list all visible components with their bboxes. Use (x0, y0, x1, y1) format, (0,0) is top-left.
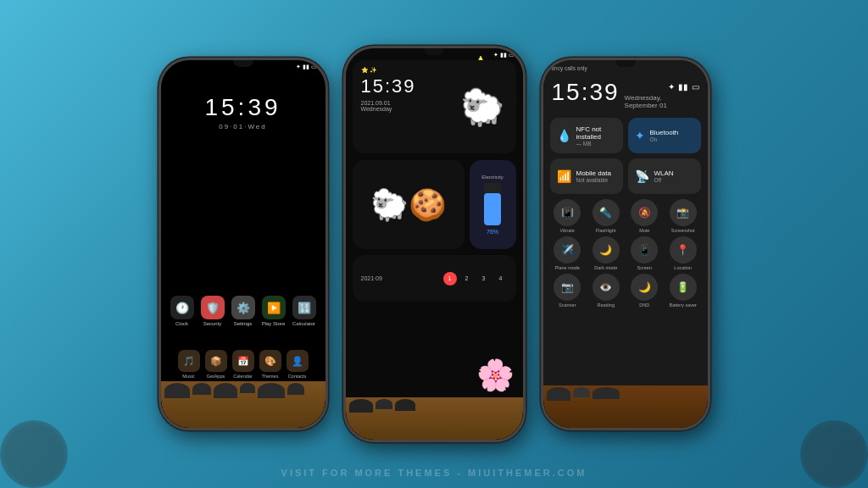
calendar-days: 1 2 3 4 (443, 272, 508, 286)
dock-calendar[interactable]: 📅 Calendar (232, 350, 254, 379)
bluetooth-icon-right: ✦ (668, 82, 675, 92)
flashlight-icon: 🔦 (593, 199, 620, 226)
widget-time-sheep: ⭐ ✨ 15:39 2021.09.01 Wednesday 🐑 (353, 60, 516, 153)
phone-right: ency calls only ✦ ▮▮ ▭ 15:39 Wednesday,S… (541, 58, 710, 430)
qbtn-location[interactable]: 📍 Location (665, 236, 701, 270)
battery-bar (484, 183, 501, 225)
ground-decoration (161, 381, 326, 428)
center-cloud-3 (395, 399, 415, 411)
nfc-icon: 💧 (557, 129, 571, 142)
clock-icon: 🕐 (170, 296, 194, 319)
app-clock[interactable]: 🕐 Clock (170, 296, 194, 326)
right-ground (543, 385, 708, 428)
qbtn-scanner[interactable]: 📷 Scanner (550, 274, 586, 308)
dock-icons: 🎵 Music 📦 GetApps 📅 Calendar 🎨 Themes 👤 (161, 350, 326, 379)
cal-day-1[interactable]: 1 (443, 272, 457, 286)
qbtn-mute[interactable]: 🔕 Mute (627, 199, 663, 233)
battery-saver-label: Battery saver (670, 302, 697, 308)
right-cloud-3 (593, 387, 620, 399)
qbtn-reading[interactable]: 👁️ Reading (588, 274, 624, 308)
bg-decoration-right (800, 420, 868, 488)
dock-music[interactable]: 🎵 Music (178, 350, 200, 379)
screen-label: Screen (637, 265, 652, 270)
scanner-icon: 📷 (554, 274, 581, 301)
emergency-text: ency calls only (552, 65, 587, 71)
right-date: Wednesday,September 01 (625, 94, 667, 109)
widget-battery: Electricity 76% (470, 160, 516, 249)
vibrate-icon: 📳 (554, 199, 581, 226)
dnd-label: DND (639, 302, 649, 308)
left-clock-time: 15:39 (161, 94, 326, 121)
plane-icon: ✈️ (554, 236, 581, 263)
phone-center: ✦ ▮▮ ▭ ⭐ ⭐ ✨ 15:39 2021.09.01 Wednesday … (343, 46, 526, 442)
app-security[interactable]: 🛡️ Security (201, 296, 225, 326)
themes-icon: 🎨 (259, 350, 281, 372)
vibrate-label: Vibrate (560, 228, 575, 233)
themes-label: Themes (262, 374, 279, 379)
calculator-icon: 🔢 (292, 296, 316, 319)
qbtn-dnd[interactable]: 🌙 DND (627, 274, 663, 308)
qbtn-plane[interactable]: ✈️ Plane mode (550, 236, 586, 270)
qbtn-dark[interactable]: 🌙 Dark mode (588, 236, 624, 270)
battery-saver-icon: 🔋 (670, 274, 697, 301)
cal-day-2[interactable]: 2 (460, 272, 474, 286)
tile-mobile-data[interactable]: 📶 Mobile data Not available (550, 158, 623, 194)
qbtn-flashlight[interactable]: 🔦 Flashlight (588, 199, 624, 233)
screen-center: ✦ ▮▮ ▭ ⭐ ⭐ ✨ 15:39 2021.09.01 Wednesday … (346, 48, 523, 440)
dock-themes[interactable]: 🎨 Themes (259, 350, 281, 379)
bg-decoration-left (0, 420, 68, 488)
calendar-label: Calendar (233, 374, 252, 379)
cloud-6 (287, 383, 304, 395)
widget-stars: ⭐ ✨ (361, 67, 440, 74)
battery-icon-center: ▭ (509, 52, 515, 58)
security-icon: 🛡️ (201, 296, 225, 319)
reading-label: Reading (598, 302, 615, 308)
reading-icon: 👁️ (593, 274, 620, 301)
cal-day-3[interactable]: 3 (477, 272, 491, 286)
mute-icon: 🔕 (631, 199, 658, 226)
cloud-2 (192, 383, 211, 395)
bluetooth-tile-icon: ✦ (635, 129, 645, 142)
contacts-icon: 👤 (287, 350, 309, 372)
wlan-title: WLAN (654, 169, 674, 177)
signal-icon-center: ▮▮ (500, 52, 507, 58)
calendar-icon: 📅 (232, 350, 254, 372)
getapps-icon: 📦 (205, 350, 227, 372)
settings-label: Settings (234, 321, 253, 326)
dock-getapps[interactable]: 📦 GetApps (205, 350, 227, 379)
app-playstore[interactable]: ▶️ Play Store (262, 296, 286, 326)
app-calculator[interactable]: 🔢 Calculator (292, 296, 316, 326)
mute-label: Mute (639, 228, 649, 233)
right-cloud-2 (573, 387, 590, 397)
tile-bluetooth[interactable]: ✦ Bluetooth On (628, 118, 701, 153)
battery-icon-left: ▭ (311, 64, 317, 70)
qbtn-battery-saver[interactable]: 🔋 Battery saver (665, 274, 701, 308)
tile-wlan[interactable]: 📡 WLAN Off (628, 158, 701, 194)
tile-nfc[interactable]: 💧 NFC not installed — MB (550, 118, 623, 153)
mobile-data-title: Mobile data (576, 169, 611, 177)
sheep-emoji: 🐑 (448, 60, 516, 153)
widget-mid-row: 🐑🍪 Electricity 76% (353, 160, 516, 249)
app-settings[interactable]: ⚙️ Settings (231, 296, 255, 326)
mobile-data-icon: 📶 (557, 169, 571, 183)
qbtn-screenshot[interactable]: 📸 Screenshot (665, 199, 701, 233)
nfc-title: NFC not installed (576, 125, 616, 141)
battery-fill (484, 193, 501, 225)
signal-icon-left: ▮▮ (303, 64, 309, 70)
dock-contacts[interactable]: 👤 Contacts (287, 350, 309, 379)
right-cloud-1 (547, 387, 570, 401)
dark-label: Dark mode (594, 265, 617, 270)
watermark: VISIT FOR MORE THEMES - MIUITHEMER.COM (0, 468, 868, 478)
qbtn-vibrate[interactable]: 📳 Vibrate (550, 199, 586, 233)
security-label: Security (203, 321, 222, 326)
battery-label: Electricity (481, 175, 504, 180)
widget-cookie: 🐑🍪 (353, 160, 465, 249)
qbtn-screen[interactable]: 📱 Screen (627, 236, 663, 270)
screenshot-label: Screenshot (671, 228, 695, 233)
status-icons-right: ✦ ▮▮ ▭ (668, 82, 699, 92)
flower-emoji: 🌸 (476, 358, 515, 393)
status-icons-center: ✦ ▮▮ ▭ (493, 52, 515, 58)
widget-date2: Wednesday (361, 106, 440, 112)
cal-day-4[interactable]: 4 (494, 272, 508, 286)
location-icon: 📍 (670, 236, 697, 263)
